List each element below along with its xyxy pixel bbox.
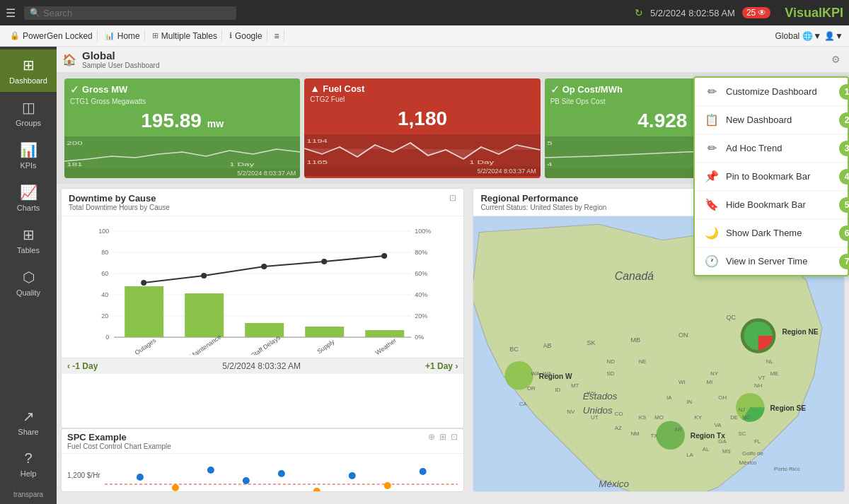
spc-fullscreen-icon[interactable]: ⊞ <box>439 432 446 442</box>
check-icon-1: ✓ <box>70 83 79 96</box>
dropdown-number-3: 3 <box>839 141 849 156</box>
svg-point-35 <box>137 474 144 481</box>
top-right-bar: ↻ 5/2/2024 8:02:58 AM 25 👁 VisualKPI <box>635 6 843 20</box>
bookmark-google[interactable]: ℹ Google <box>225 30 267 42</box>
clock-icon: 🕐 <box>705 254 719 268</box>
svg-text:ME: ME <box>770 370 779 377</box>
svg-text:20: 20 <box>101 312 108 320</box>
spc-actions: ⊕ ⊞ ⊡ <box>428 432 458 442</box>
bar-chart-svg: 100 80 60 40 20 0 100% 80% 60% 40% 20% <box>66 221 459 355</box>
groups-icon: ◫ <box>22 99 35 116</box>
kpi-timestamp-1: 5/2/2024 8:03:37 AM <box>64 168 300 178</box>
dropdown-server-time[interactable]: 🕐 View in Server Time 7 <box>695 247 848 275</box>
bookmark-tables[interactable]: ⊞ Multiple Tables <box>148 30 222 42</box>
svg-point-38 <box>243 477 250 484</box>
svg-text:NJ: NJ <box>739 406 746 413</box>
sidebar-item-kpis[interactable]: 📊 KPIs <box>0 134 57 177</box>
global-selector[interactable]: Global 🌐▼ 👤▼ <box>775 31 843 41</box>
sidebar-label-dashboard: Dashboard <box>9 76 47 85</box>
dropdown-menu: ✏ Customize Dashboard 1 📋 New Dashboard … <box>693 76 849 276</box>
dot-4 <box>321 259 327 264</box>
svg-text:SD: SD <box>607 370 615 377</box>
hamburger-icon[interactable]: ☰ <box>6 6 16 20</box>
sidebar-item-groups[interactable]: ◫ Groups <box>0 92 57 134</box>
lock-icon: 🔒 <box>10 31 20 40</box>
prev-day-btn[interactable]: ‹ -1 Day <box>67 361 98 371</box>
dropdown-dark-theme[interactable]: 🌙 Show Dark Theme 6 <box>695 219 848 247</box>
svg-text:AR: AR <box>675 426 683 433</box>
bar-chart-container: 100 80 60 40 20 0 100% 80% 60% 40% 20% <box>62 216 463 358</box>
spc-panel: SPC Example Fuel Cost Control Chart Exam… <box>61 428 464 492</box>
svg-text:Outages: Outages <box>134 336 158 355</box>
svg-text:WI: WI <box>678 379 686 385</box>
sidebar-item-help[interactable]: ? Help <box>0 443 57 485</box>
svg-text:80: 80 <box>101 249 108 256</box>
svg-text:40%: 40% <box>415 291 427 298</box>
spc-expand-icon[interactable]: ⊡ <box>451 432 458 442</box>
sidebar-item-tables[interactable]: ⊞ Tables <box>0 219 57 262</box>
share-icon: ↗ <box>23 408 35 425</box>
search-input[interactable] <box>43 8 231 18</box>
svg-text:VT: VT <box>758 375 766 381</box>
pin-icon: 📌 <box>705 170 719 183</box>
sidebar-item-charts[interactable]: 📈 Charts <box>0 177 57 219</box>
svg-text:OH: OH <box>719 394 727 401</box>
next-day-btn[interactable]: +1 Day › <box>425 361 458 371</box>
home-icon[interactable]: 🏠 <box>62 53 76 66</box>
svg-text:CO: CO <box>615 411 623 417</box>
dropdown-pin-bookmark[interactable]: 📌 Pin to Bookmark Bar 4 <box>695 163 848 191</box>
svg-text:1 Day: 1 Day <box>470 159 495 165</box>
dropdown-customize[interactable]: ✏ Customize Dashboard 1 <box>695 78 848 106</box>
refresh-icon[interactable]: ↻ <box>635 7 643 18</box>
bookmark-more[interactable]: ≡ <box>270 30 284 42</box>
dropdown-new-dashboard[interactable]: 📋 New Dashboard 2 <box>695 106 848 134</box>
svg-text:WA: WA <box>543 370 553 377</box>
svg-text:Weather: Weather <box>374 336 398 355</box>
svg-text:NV: NV <box>567 409 576 415</box>
dashboard-header-info: Global Sample User Dashboard <box>82 49 828 69</box>
kpi-subtitle-2: CTG2 Fuel <box>304 95 540 105</box>
svg-point-39 <box>278 470 285 477</box>
svg-text:MI: MI <box>707 379 713 385</box>
spc-move-icon[interactable]: ⊕ <box>428 432 435 442</box>
svg-text:40: 40 <box>101 291 108 298</box>
spc-subtitle: Fuel Cost Control Chart Example <box>67 443 171 450</box>
kpi-fuel-cost[interactable]: ▲ Fuel Cost CTG2 Fuel 1,180 1194 1165 1 … <box>304 78 540 178</box>
alert-badge[interactable]: 25 👁 <box>742 7 770 18</box>
map-title: Regional Performance <box>480 193 606 204</box>
dropdown-pin-label: Pin to Bookmark Bar <box>726 171 810 182</box>
svg-point-43 <box>419 468 426 475</box>
dropdown-hide-bookmark[interactable]: 🔖 Hide Bookmark Bar 5 <box>695 191 848 219</box>
kpi-value-2: 1,180 <box>304 105 540 133</box>
bookmark-powergen[interactable]: 🔒 PowerGen Locked <box>6 30 98 42</box>
new-dashboard-icon: 📋 <box>705 113 719 127</box>
search-box[interactable]: 🔍 <box>24 6 236 20</box>
bar-supply <box>305 327 344 337</box>
dropdown-adhoc-label: Ad Hoc Trend <box>726 143 782 153</box>
svg-text:IN: IN <box>687 399 693 405</box>
sidebar-item-dashboard[interactable]: ⊞ Dashboard <box>0 49 57 92</box>
kpi-gross-mw[interactable]: ✓ Gross MW CTG1 Gross Megawatts 195.89 m… <box>64 78 300 178</box>
sidebar-item-quality[interactable]: ⬡ Quality <box>0 262 57 304</box>
svg-text:100: 100 <box>98 228 109 235</box>
bar-chart-icon: 📊 <box>105 31 115 40</box>
user-icon[interactable]: 👤▼ <box>824 31 843 41</box>
svg-text:0%: 0% <box>415 334 424 341</box>
kpi-title-3: Op Cost/MWh <box>562 84 623 95</box>
app-logo: VisualKPI <box>785 6 843 20</box>
kpi-title-2: Fuel Cost <box>323 83 364 94</box>
svg-text:80%: 80% <box>415 249 427 256</box>
svg-text:AZ: AZ <box>615 425 622 431</box>
region-tx-dot[interactable] <box>657 421 686 450</box>
bookmark-home[interactable]: 📊 Home <box>100 30 145 42</box>
sidebar-item-share[interactable]: ↗ Share <box>0 401 57 443</box>
gear-settings-icon[interactable]: ⚙ <box>828 51 843 68</box>
tables-icon: ⊞ <box>23 226 35 243</box>
dropdown-hide-label: Hide Bookmark Bar <box>726 199 806 210</box>
spc-chart-area: 1,200 $/Hr <box>62 454 463 492</box>
expand-icon[interactable]: ⊡ <box>449 193 456 203</box>
nav-date: 5/2/2024 8:03:32 AM <box>222 361 301 371</box>
bar-weather <box>365 330 404 337</box>
dropdown-adhoc-trend[interactable]: ✏ Ad Hoc Trend 3 <box>695 134 848 163</box>
dropdown-number-6: 6 <box>839 225 849 241</box>
